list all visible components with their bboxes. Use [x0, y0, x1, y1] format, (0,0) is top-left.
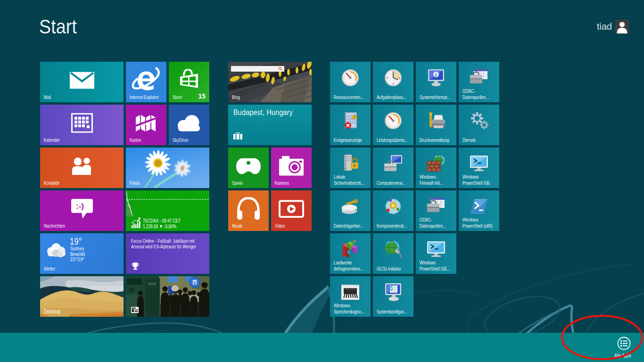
svg-text:TECDAX - 09:47 CET: TECDAX - 09:47 CET [143, 218, 181, 223]
svg-text::-): :-) [76, 202, 84, 211]
svg-text:1.229,58 ▼ -0,60%: 1.229,58 ▼ -0,60% [143, 223, 176, 229]
svg-text:!: ! [354, 115, 355, 119]
